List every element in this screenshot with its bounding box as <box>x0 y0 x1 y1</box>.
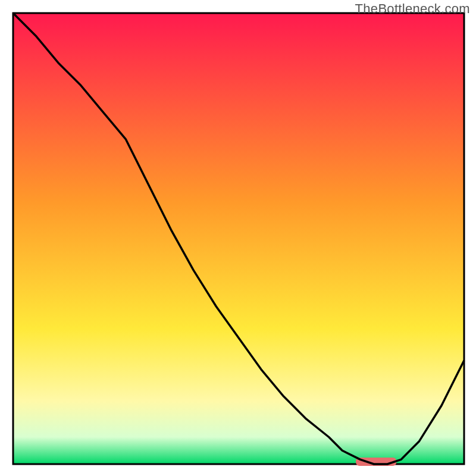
watermark-label: TheBottleneck.com <box>355 1 470 17</box>
bottleneck-chart <box>0 0 476 476</box>
plot-background <box>13 13 464 464</box>
chart-canvas: TheBottleneck.com <box>0 0 476 476</box>
